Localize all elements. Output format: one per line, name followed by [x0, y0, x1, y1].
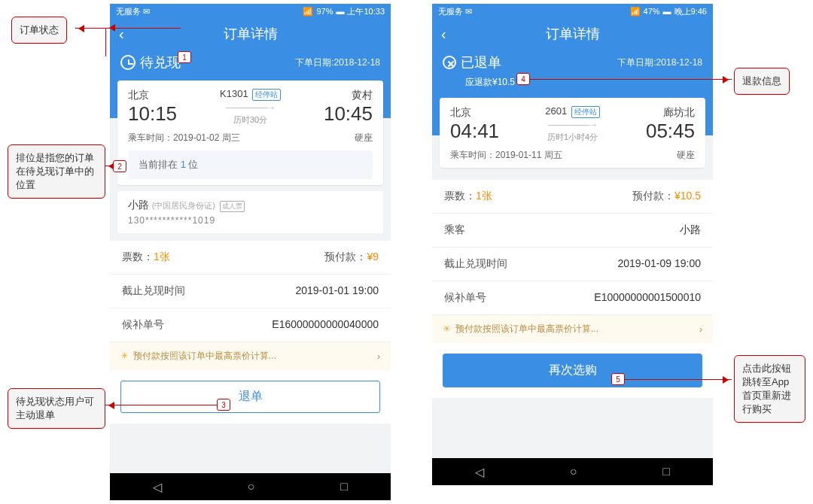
from-time: 10:15 — [128, 102, 177, 126]
arrow-1 — [75, 28, 181, 29]
cancelled-icon — [443, 56, 456, 69]
price-hint[interactable]: ☀预付款按照该订单中最高票价计算... › — [432, 315, 713, 343]
page-title: 订单详情 — [432, 25, 713, 43]
nav-home-icon[interactable]: ○ — [248, 480, 255, 493]
annot-rebuy: 点击此按钮跳转至App首页重新进行购买 — [734, 355, 805, 423]
annot-order-status: 订单状态 — [11, 17, 67, 44]
seat-type: 硬座 — [355, 132, 373, 144]
passenger-card: 小路 (中国居民身份证) 成人票 130***********1019 — [117, 191, 383, 233]
service-label: 无服务 ✉ — [438, 6, 472, 17]
via-badge[interactable]: 经停站 — [252, 89, 281, 101]
num-5: 5 — [611, 373, 625, 385]
detail-list: 票数：1张预付款：¥9 截止兑现时间2019-01-01 19:00 候补单号E… — [110, 241, 391, 342]
android-navbar: ◁ ○ □ — [110, 473, 391, 500]
nav-home-icon[interactable]: ○ — [570, 465, 577, 478]
service-label: 无服务 ✉ — [116, 6, 150, 17]
from-city: 北京 — [450, 106, 499, 120]
num-4: 4 — [516, 73, 530, 85]
nav-recent-icon[interactable]: □ — [662, 465, 670, 478]
lightbulb-icon: ☀ — [443, 323, 451, 334]
android-navbar: ◁ ○ □ — [432, 458, 713, 485]
rebuy-button[interactable]: 再次选购 — [443, 354, 702, 387]
status-right: 📶 97% ▬ 上午10:33 — [303, 6, 385, 17]
lightbulb-icon: ☀ — [120, 351, 129, 361]
seat-type: 硬座 — [677, 149, 695, 162]
passenger-id: 130***********1019 — [128, 215, 373, 226]
num-2: 2 — [113, 160, 126, 172]
cancel-button[interactable]: 退单 — [120, 381, 380, 413]
chevron-icon: › — [377, 351, 380, 362]
header: ‹ 订单详情 — [432, 19, 713, 49]
num-3: 3 — [217, 399, 230, 411]
annot-cancel: 待兑现状态用户可主动退单 — [8, 388, 105, 429]
row-tickets: 票数：1张预付款：¥10.5 — [432, 180, 713, 214]
price-hint[interactable]: ☀预付款按照该订单中最高票价计算... › — [110, 342, 391, 370]
row-orderno: 候补单号E16000000000040000 — [110, 308, 391, 342]
from-time: 04:41 — [450, 120, 499, 143]
detail-list: 票数：1张预付款：¥10.5 乘客小路 截止兑现时间2019-01-09 19:… — [432, 180, 713, 315]
to-time: 10:45 — [324, 102, 373, 126]
to-time: 05:45 — [646, 120, 695, 143]
row-tickets: 票数：1张预付款：¥9 — [110, 241, 391, 275]
phone-left: 无服务 ✉ 📶 97% ▬ 上午10:33 ‹ 订单详情 待兑现 下单日期:20… — [110, 4, 391, 500]
arrow-5 — [625, 379, 732, 380]
arrow-3 — [105, 405, 218, 405]
duration: 历时1小时4分 — [502, 132, 643, 143]
order-status-row: 待兑现 下单日期:2018-12-18 — [110, 49, 391, 80]
statusbar: 无服务 ✉ 📶 97% ▬ 上午10:33 — [110, 4, 391, 19]
header: ‹ 订单详情 — [110, 19, 391, 49]
train-card: 北京 10:15 K1301 经停站 ―――――→ 历时30分 黄村 10:45… — [117, 80, 383, 185]
arrow-4 — [527, 79, 732, 80]
train-no: K1301 — [220, 88, 248, 99]
nav-back-icon[interactable]: ◁ — [153, 480, 162, 494]
chevron-icon: › — [699, 324, 702, 335]
row-orderno: 候补单号E10000000001500010 — [432, 281, 713, 315]
train-card: 北京 04:41 2601 经停站 ―――――→ 历时1小时4分 廊坊北 05:… — [440, 98, 705, 168]
phone-right: 无服务 ✉ 📶 47% ▬ 晚上9:46 ‹ 订单详情 已退单 下单日期:201… — [432, 4, 713, 485]
annot-refund: 退款信息 — [734, 68, 790, 95]
train-arrow-icon: ―――――→ — [502, 120, 643, 130]
train-arrow-icon: ―――――→ — [180, 102, 321, 113]
queue-row: 当前排在 1 位 — [128, 150, 373, 179]
via-badge[interactable]: 经停站 — [571, 106, 600, 118]
row-passenger: 乘客小路 — [432, 214, 713, 247]
row-deadline: 截止兑现时间2019-01-01 19:00 — [110, 275, 391, 308]
status-right: 📶 47% ▬ 晚上9:46 — [630, 6, 707, 17]
nav-recent-icon[interactable]: □ — [340, 480, 348, 493]
nav-back-icon[interactable]: ◁ — [475, 465, 484, 479]
clock-icon — [120, 55, 136, 70]
to-city: 廊坊北 — [646, 106, 695, 120]
duration: 历时30分 — [180, 114, 321, 126]
train-no: 2601 — [545, 105, 567, 117]
num-1: 1 — [178, 51, 191, 63]
to-city: 黄村 — [324, 89, 373, 102]
row-deadline: 截止兑现时间2019-01-09 19:00 — [432, 247, 713, 281]
annot-queue: 排位是指您的订单在待兑现订单中的位置 — [8, 144, 105, 199]
arrow-1v — [105, 28, 106, 56]
from-city: 北京 — [128, 89, 177, 102]
statusbar: 无服务 ✉ 📶 47% ▬ 晚上9:46 — [432, 4, 713, 19]
